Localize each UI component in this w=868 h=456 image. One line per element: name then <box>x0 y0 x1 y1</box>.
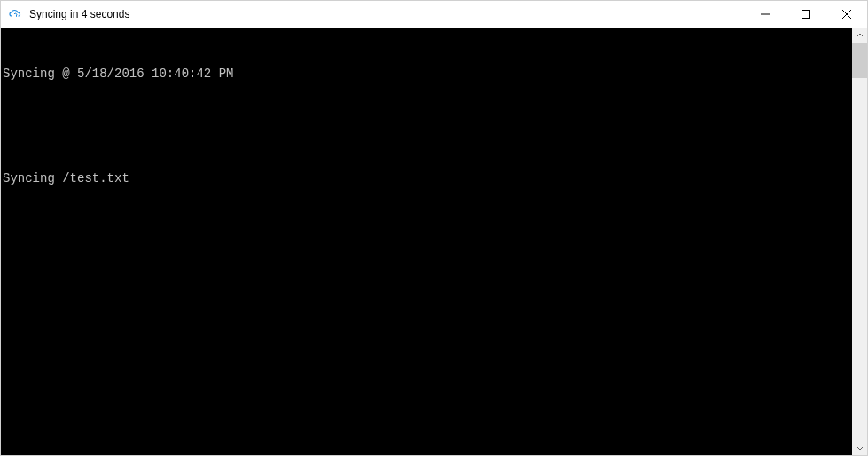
window-controls <box>745 1 867 28</box>
scroll-down-arrow-icon[interactable] <box>852 440 867 455</box>
svg-rect-1 <box>802 11 810 19</box>
titlebar: Syncing in 4 seconds <box>1 1 867 28</box>
scroll-thumb[interactable] <box>852 43 867 78</box>
terminal-line <box>3 118 850 136</box>
close-icon <box>842 10 851 19</box>
terminal-output: Syncing @ 5/18/2016 10:40:42 PM Syncing … <box>1 28 852 455</box>
terminal-line: Syncing @ 5/18/2016 10:40:42 PM <box>3 66 850 83</box>
scroll-track[interactable] <box>852 43 867 440</box>
content-area: Syncing @ 5/18/2016 10:40:42 PM Syncing … <box>1 28 867 455</box>
terminal-line: Syncing /test.txt <box>3 170 850 188</box>
scroll-up-arrow-icon[interactable] <box>852 28 867 43</box>
maximize-icon <box>802 10 810 19</box>
minimize-icon <box>761 10 770 19</box>
cloud-sync-icon <box>8 7 22 21</box>
titlebar-left: Syncing in 4 seconds <box>1 7 129 21</box>
window-title: Syncing in 4 seconds <box>29 8 129 20</box>
vertical-scrollbar[interactable] <box>852 28 867 455</box>
close-button[interactable] <box>826 1 867 28</box>
maximize-button[interactable] <box>786 1 826 28</box>
minimize-button[interactable] <box>745 1 786 28</box>
